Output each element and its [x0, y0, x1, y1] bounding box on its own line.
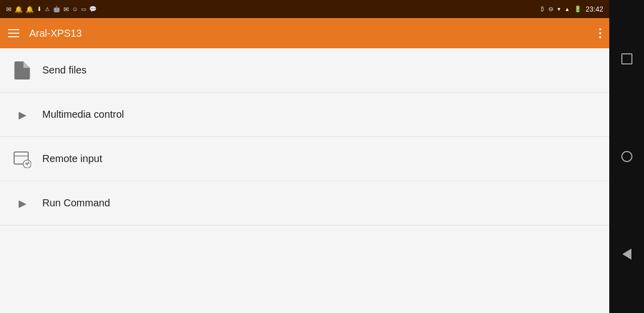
home-button[interactable] — [621, 151, 632, 162]
recent-apps-button[interactable] — [621, 53, 632, 64]
wifi-icon: ▾ — [557, 6, 560, 13]
back-button[interactable] — [622, 249, 631, 260]
file-icon — [12, 60, 32, 81]
multimedia-control-label: Multimedia control — [42, 109, 124, 120]
hamburger-line-3 — [8, 36, 19, 37]
app-toolbar: Aral-XPS13 — [0, 18, 609, 48]
play-icon: ▶ — [12, 105, 32, 125]
minus-circle-icon: ⊖ — [548, 6, 553, 13]
chat-icon: 💬 — [89, 6, 97, 13]
run-command-label: Run Command — [42, 197, 110, 209]
message-icon: ✉ — [63, 6, 69, 13]
remote-input-label: Remote input — [42, 153, 102, 165]
android-nav-bar — [609, 0, 644, 313]
hamburger-line-2 — [8, 33, 19, 34]
status-icons-left: ✉ 🔔 🔔 ⬇ ⚠ 🤖 ✉ ☺ ▭ 💬 — [6, 6, 97, 13]
remote-input-item[interactable]: Remote input — [0, 137, 609, 181]
overflow-dot-1 — [599, 28, 601, 30]
warning-icon: ⚠ — [45, 6, 50, 13]
alert-icon: 🔔 — [26, 6, 34, 13]
download-icon: ⬇ — [37, 6, 42, 13]
hamburger-line-1 — [8, 29, 19, 30]
android-screen: ✉ 🔔 🔔 ⬇ ⚠ 🤖 ✉ ☺ ▭ 💬 ₿ ⊖ ▾ ▲ 🔋 23:42 — [0, 0, 609, 313]
bluetooth-icon: ₿ — [541, 6, 544, 13]
app-title: Aral-XPS13 — [29, 28, 599, 39]
android-icon: 🤖 — [53, 6, 60, 13]
signal-icon: ▲ — [564, 6, 570, 12]
overflow-dot-3 — [599, 36, 601, 38]
battery-icon: 🔋 — [574, 6, 582, 13]
send-files-item[interactable]: Send files — [0, 48, 609, 93]
email-icon: ✉ — [6, 6, 12, 13]
status-bar: ✉ 🔔 🔔 ⬇ ⚠ 🤖 ✉ ☺ ▭ 💬 ₿ ⊖ ▾ ▲ 🔋 23:42 — [0, 0, 609, 18]
hamburger-menu-button[interactable] — [8, 29, 19, 37]
overflow-dot-2 — [599, 32, 601, 34]
chevron-right-icon: ▶ — [12, 193, 32, 213]
notification-icon: 🔔 — [15, 6, 23, 13]
multimedia-control-item[interactable]: ▶ Multimedia control — [0, 93, 609, 137]
tablet-icon: ▭ — [81, 6, 86, 13]
run-command-item[interactable]: ▶ Run Command — [0, 181, 609, 225]
face-icon: ☺ — [72, 6, 78, 13]
send-files-label: Send files — [42, 64, 87, 76]
status-time: 23:42 — [586, 5, 603, 13]
status-icons-right: ₿ ⊖ ▾ ▲ 🔋 23:42 — [541, 5, 603, 13]
content-area: Send files ▶ Multimedia control Remote i… — [0, 48, 609, 313]
overflow-menu-button[interactable] — [599, 28, 601, 38]
remote-input-icon — [12, 149, 32, 169]
